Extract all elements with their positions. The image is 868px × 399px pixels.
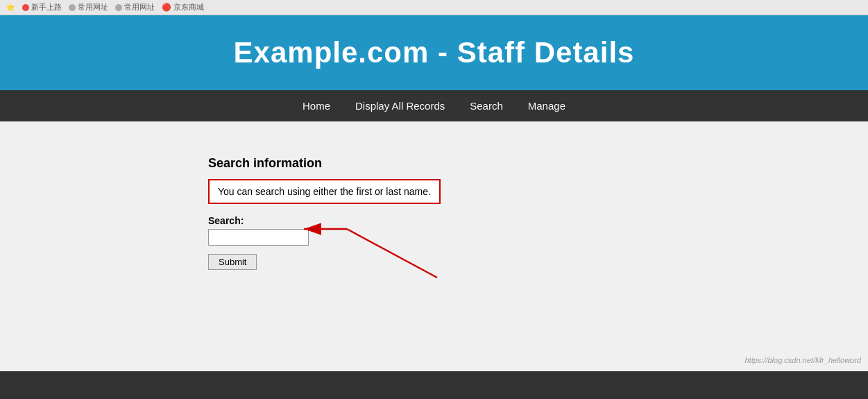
section-title: Search information	[208, 156, 854, 171]
site-title: Example.com - Staff Details	[14, 36, 854, 69]
main-navbar: Home Display All Records Search Manage	[0, 90, 868, 121]
bookmark-label-4: 🔴 京东商城	[162, 2, 204, 12]
search-section: Search information You can search using …	[208, 156, 854, 270]
bookmark-label: 新手上路	[22, 2, 62, 12]
watermark: https://blog.csdn.net/Mr_helloword	[744, 356, 861, 364]
arrow-annotation	[298, 222, 437, 271]
nav-search[interactable]: Search	[457, 90, 516, 121]
bookmark-label-2: 常用网址	[69, 2, 108, 12]
search-input[interactable]	[208, 229, 309, 246]
site-footer	[0, 371, 868, 399]
nav-display-all-records[interactable]: Display All Records	[343, 90, 457, 121]
bookmark-icon: ⭐	[6, 3, 15, 12]
bookmark-label-3: 常用网址	[115, 2, 155, 12]
info-message-text: You can search using either the first or…	[218, 186, 431, 197]
browser-bar: ⭐ 新手上路 常用网址 常用网址 🔴 京东商城	[0, 0, 868, 15]
search-input-row	[208, 229, 854, 246]
search-field-label: Search:	[208, 215, 854, 226]
nav-manage[interactable]: Manage	[516, 90, 578, 121]
nav-home[interactable]: Home	[290, 90, 343, 121]
site-header: Example.com - Staff Details	[0, 15, 868, 90]
info-message-box: You can search using either the first or…	[208, 179, 441, 204]
svg-line-2	[347, 229, 437, 278]
main-content: Search information You can search using …	[0, 121, 868, 364]
submit-button[interactable]: Submit	[208, 254, 257, 270]
